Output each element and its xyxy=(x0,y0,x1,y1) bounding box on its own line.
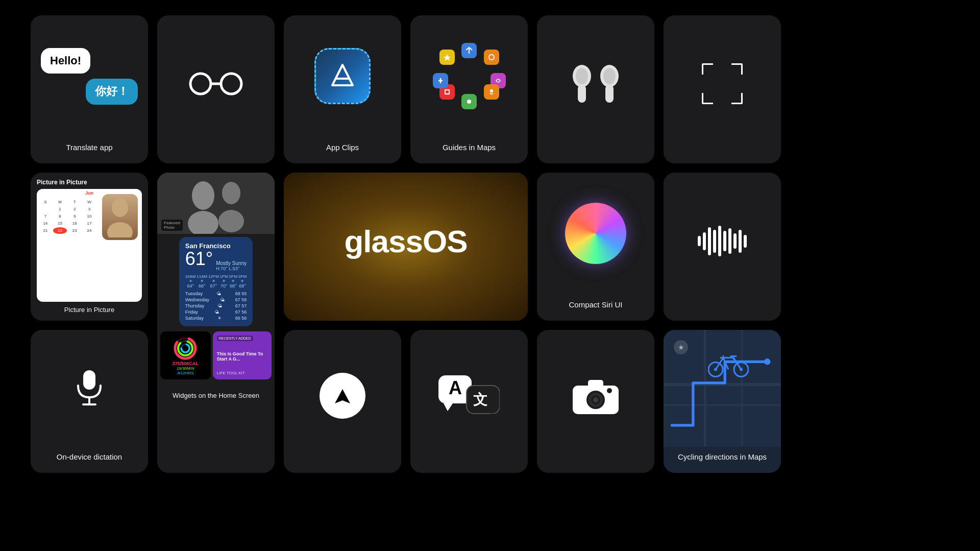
svg-point-7 xyxy=(490,89,493,92)
podcast-subtitle: LIFE TOOL KIT xyxy=(217,371,267,375)
cycling-map: ★ xyxy=(664,330,781,447)
scan-icon xyxy=(664,15,781,152)
svg-point-20 xyxy=(222,182,240,204)
hours-fitness: 4/12HRS xyxy=(177,371,193,375)
svg-point-43 xyxy=(607,388,612,393)
activity-rings: 375/500CAL 19/30MIN 4/12HRS xyxy=(160,331,211,379)
weather-hours: 10AM☀64° 11AM☀66° 12PM☀67° 1PM☀70° 2PM☀6… xyxy=(185,274,247,289)
star-badge: ★ xyxy=(674,340,688,354)
glassos-text: glassOS xyxy=(344,223,467,259)
pip-card: Picture in Picture Jun S M T W T F S 1 2… xyxy=(31,173,148,321)
podcast-badge: RECENTLY ADDED xyxy=(217,336,253,341)
translate-card: Hello! 你好！ Translate app xyxy=(31,15,148,163)
dictation-label: On-device dictation xyxy=(57,452,122,462)
camera-card xyxy=(537,330,654,473)
svg-point-6 xyxy=(489,55,494,60)
guides-label: Guides in Maps xyxy=(443,142,496,153)
svg-point-21 xyxy=(218,210,244,232)
featured-badge: FeaturedPhoto xyxy=(161,220,183,231)
svg-point-48 xyxy=(764,358,770,365)
svg-point-13 xyxy=(603,68,616,84)
svg-rect-11 xyxy=(578,85,586,103)
svg-rect-47 xyxy=(741,330,743,447)
svg-point-42 xyxy=(593,397,598,402)
svg-point-16 xyxy=(107,222,133,237)
nav-arrow-icon xyxy=(284,330,401,462)
svg-rect-45 xyxy=(664,404,781,406)
guides-icon xyxy=(410,15,528,137)
sound-waves-icon xyxy=(664,173,781,309)
corner-br xyxy=(731,93,743,104)
weather-hi-lo: H:70° L:53° xyxy=(216,266,247,271)
translate-speech-icon: A 文 xyxy=(410,330,528,462)
weather-temp: 61° xyxy=(185,250,213,268)
pip-photo xyxy=(102,194,138,240)
cycling-card: ★ xyxy=(664,330,781,473)
svg-point-18 xyxy=(192,181,214,210)
pip-title: Picture in Picture xyxy=(37,179,87,186)
svg-point-25 xyxy=(178,341,192,355)
corner-bl xyxy=(702,93,713,104)
svg-point-10 xyxy=(576,68,588,84)
nihao-bubble: 你好！ xyxy=(86,79,138,104)
weather-widget: San Francisco 61° Mostly Sunny H:70° L:5… xyxy=(179,237,253,326)
airpods-card xyxy=(537,15,654,163)
siri-icon xyxy=(537,173,654,295)
minutes: 19/30MIN xyxy=(177,366,194,371)
guides-card: Guides in Maps xyxy=(410,15,528,163)
microphone-icon xyxy=(31,330,148,447)
nav-arrow-card xyxy=(284,330,401,473)
podcast-title: This Is Good Time To Start A G... xyxy=(217,351,267,362)
podcast-widget: RECENTLY ADDED This Is Good Time To Star… xyxy=(213,331,272,379)
fitness-widgets: 375/500CAL 19/30MIN 4/12HRS RECENTLY ADD… xyxy=(160,331,272,379)
widget-photo: FeaturedPhoto xyxy=(157,173,275,234)
weather-desc: Mostly Sunny xyxy=(216,260,247,266)
scan-card xyxy=(664,15,781,163)
weather-forecast: Tuesday🌤68 55 Wednesday🌤67 56 Thursday🌤6… xyxy=(185,291,247,321)
translate-label: Translate app xyxy=(66,142,112,153)
glasses-icon xyxy=(157,15,275,152)
svg-rect-14 xyxy=(605,85,614,103)
hello-bubble: Hello! xyxy=(41,48,90,74)
sound-card xyxy=(664,173,781,321)
siri-card: Compact Siri UI xyxy=(537,173,654,321)
svg-rect-38 xyxy=(588,380,603,388)
pip-label: Picture in Picture xyxy=(64,306,114,315)
glassos-card: glassOS xyxy=(284,173,528,321)
svg-point-8 xyxy=(467,100,471,104)
translate-icon-card: A 文 xyxy=(410,330,528,473)
svg-text:A: A xyxy=(449,377,462,398)
calories: 375/500CAL xyxy=(173,361,199,366)
airpods-icon xyxy=(537,15,654,152)
svg-marker-33 xyxy=(444,403,453,411)
svg-point-15 xyxy=(112,199,128,217)
widgets-card: FeaturedPhoto San Francisco 61° Mostly S… xyxy=(157,173,275,473)
svg-rect-46 xyxy=(704,330,706,447)
svg-text:文: 文 xyxy=(473,392,487,408)
corner-tr xyxy=(731,63,743,75)
appclips-card: App Clips xyxy=(284,15,401,163)
dictation-card: On-device dictation xyxy=(31,330,148,473)
cycling-label: Cycling directions in Maps xyxy=(678,452,767,462)
svg-point-3 xyxy=(198,81,204,87)
appclips-icon xyxy=(284,15,401,137)
siri-label: Compact Siri UI xyxy=(569,300,622,310)
widgets-label: Widgets on the Home Screen xyxy=(167,387,264,405)
accessibility-card xyxy=(157,15,275,163)
bicycle-icon xyxy=(708,350,749,380)
svg-marker-36 xyxy=(489,414,499,419)
svg-rect-28 xyxy=(83,370,95,390)
svg-point-4 xyxy=(228,81,234,87)
camera-icon xyxy=(537,330,654,462)
appclips-label: App Clips xyxy=(326,142,359,153)
corner-tl xyxy=(702,63,713,75)
